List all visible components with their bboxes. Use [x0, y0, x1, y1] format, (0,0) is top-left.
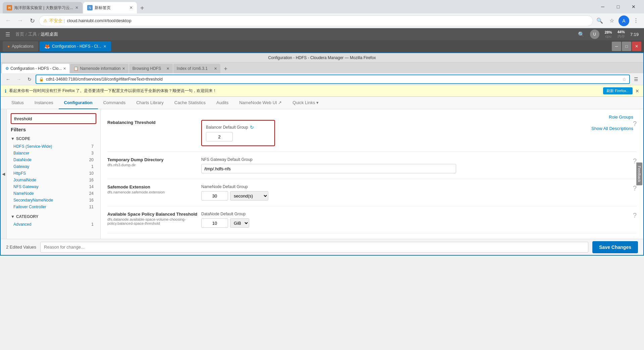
nav-tab-status[interactable]: Status [6, 97, 29, 109]
platform-menu-icon[interactable]: ☰ [5, 31, 10, 38]
nav-tab-audits[interactable]: Audits [211, 97, 234, 109]
breadcrumb-remote[interactable]: 远程桌面 [41, 31, 58, 37]
dump-dir-value[interactable] [201, 164, 456, 173]
scope-item-balancer[interactable]: Balancer3 [11, 150, 96, 157]
search-input[interactable] [11, 113, 96, 124]
ff-tab-4[interactable]: Index of /cm6.3.1 ✕ [173, 64, 220, 73]
tab2-close[interactable]: ✕ [103, 44, 106, 49]
ff-tab-1[interactable]: ⚙ Configuration - HDFS - Clo... ✕ [2, 64, 69, 73]
reason-input[interactable] [40, 242, 588, 253]
breadcrumb-tools[interactable]: 工具 [28, 31, 37, 37]
sidebar-toggle[interactable]: ◀ [1, 109, 7, 239]
safemode-help[interactable]: ? [633, 184, 637, 192]
scope-label[interactable]: ▼ SCOPE [11, 136, 96, 141]
safemode-key: dfs.namenode.safemode.extension [107, 190, 201, 194]
breadcrumb-home[interactable]: 首页 [15, 31, 24, 37]
category-section: ▼ CATEGORY Advanced1 [11, 214, 96, 228]
dump-dir-title: Temporary Dump Directory [107, 157, 201, 162]
ff-forward[interactable]: → [14, 75, 23, 84]
ff-tab-2-close[interactable]: ✕ [122, 67, 125, 71]
scope-item-failover[interactable]: Failover Controller11 [11, 204, 96, 210]
filters-title: Filters [11, 127, 96, 132]
minimize-button[interactable]: ─ [595, 1, 610, 12]
notification-bar: ℹ 看起来你有一段时间没有打开 Firefox 了。是否要清理一下配置文件以获得… [1, 85, 643, 97]
search-icon[interactable]: 🔍 [594, 15, 605, 26]
scope-item-gateway[interactable]: Gateway1 [11, 163, 96, 170]
avail-space-value[interactable] [201, 218, 228, 228]
scope-item-datanode[interactable]: DataNode20 [11, 157, 96, 163]
ff-reload[interactable]: ↻ [25, 75, 34, 84]
config-row-avail-space: Available Space Policy Balanced Threshol… [107, 206, 637, 233]
rebalancing-value[interactable] [206, 132, 233, 141]
ff-back[interactable]: ← [3, 75, 13, 84]
scope-section: ▼ SCOPE HDFS (Service-Wide)7 Balancer3 D… [11, 136, 96, 210]
scope-item-hdfs[interactable]: HDFS (Service-Wide)7 [11, 143, 96, 150]
breadcrumb: 首页 / 工具 / 远程桌面 [15, 31, 58, 37]
chrome-tab-2-close[interactable]: ✕ [129, 5, 133, 10]
nav-tab-commands[interactable]: Commands [98, 97, 131, 109]
refresh-icon[interactable]: ↻ [250, 125, 254, 130]
chrome-tab-1-close[interactable]: ✕ [75, 5, 78, 10]
save-changes-button[interactable]: Save Changes [592, 241, 638, 253]
clock: 7:19 [630, 32, 639, 37]
nav-tab-configuration[interactable]: Configuration [59, 97, 98, 109]
rebalancing-help[interactable]: ? [633, 120, 637, 128]
firefox-max[interactable]: □ [622, 42, 631, 51]
back-button[interactable]: ← [3, 15, 13, 26]
chrome-add-tab[interactable]: + [138, 3, 147, 13]
forward-button[interactable]: → [15, 15, 25, 26]
scope-item-httpfs[interactable]: HttpFS10 [11, 170, 96, 177]
firefox-min[interactable]: ─ [612, 42, 621, 51]
menu-icon[interactable]: ⋮ [631, 15, 641, 26]
chrome-tab-1[interactable]: H 海洋部落实验室 | 大数据学习云... ✕ [3, 2, 83, 13]
chrome-tab-2-title: 新标签页 [95, 5, 127, 11]
show-all-descriptions[interactable]: Show All Descriptions [591, 126, 633, 131]
avail-space-key: dfs.datanode.available-space-volume-choo… [107, 217, 201, 225]
notif-close[interactable]: ✕ [635, 88, 639, 94]
inner-tab-applications[interactable]: ● Applications [3, 41, 38, 51]
category-item-advanced[interactable]: Advanced1 [11, 221, 96, 228]
ff-tab-3[interactable]: Browsing HDFS ✕ [129, 64, 173, 73]
safemode-value[interactable] [201, 191, 228, 201]
scope-item-journalnode[interactable]: JournalNode16 [11, 177, 96, 183]
bookmark-icon[interactable]: ☆ [606, 15, 617, 26]
nav-tab-instances[interactable]: Instances [29, 97, 59, 109]
avatar-icon[interactable]: U [590, 30, 599, 39]
ff-tab-3-close[interactable]: ✕ [166, 67, 169, 71]
edited-values: 2 Edited Values [6, 245, 36, 250]
ff-add-tab[interactable]: + [221, 64, 230, 73]
scope-item-namenode[interactable]: NameNode24 [11, 190, 96, 197]
category-label[interactable]: ▼ CATEGORY [11, 214, 96, 219]
reload-button[interactable]: ↻ [27, 15, 38, 26]
firefox-close[interactable]: ✕ [632, 42, 641, 51]
nav-tab-namenode-web[interactable]: NameNode Web UI ↗ [234, 97, 287, 109]
ff-bookmark-icon[interactable]: ☰ [631, 75, 641, 84]
scope-item-nfsgateway[interactable]: NFS Gateway14 [11, 183, 96, 190]
notif-action-btn[interactable]: 刷新 Firefox... [603, 87, 633, 94]
profile-icon[interactable]: A [619, 15, 629, 26]
nav-tab-quick-links[interactable]: Quick Links ▾ [287, 97, 324, 109]
ff-lock-icon: 🔒 [39, 77, 44, 82]
ff-tab-4-close[interactable]: ✕ [214, 67, 217, 71]
role-groups-link[interactable]: Role Groups [609, 115, 633, 120]
ff-star-icon[interactable]: ☆ [622, 77, 627, 82]
chrome-tab-2[interactable]: N 新标签页 ✕ [83, 2, 137, 13]
safemode-unit[interactable]: second(s) minute(s) millisecond(s) [230, 191, 268, 201]
nav-tab-cache[interactable]: Cache Statistics [169, 97, 211, 109]
security-label: 不安全 [49, 18, 62, 24]
avail-space-title: Available Space Policy Balanced Threshol… [107, 212, 201, 217]
dump-dir-key: dfs.nfs3.dump.dir [107, 163, 201, 167]
notif-icon: ℹ [5, 88, 6, 94]
nav-tab-charts[interactable]: Charts Library [131, 97, 169, 109]
ff-tab-1-close[interactable]: ✕ [63, 67, 66, 71]
feedback-tab[interactable]: Feedback [636, 163, 642, 185]
search-toolbar-icon[interactable]: 🔍 [578, 31, 585, 38]
avail-space-help[interactable]: ? [633, 212, 637, 219]
avail-space-unit[interactable]: GiB MiB TiB [230, 218, 249, 228]
notif-text: 看起来你有一段时间没有打开 Firefox 了。是否要清理一下配置文件以获得近乎… [9, 88, 217, 94]
close-button[interactable]: ✕ [626, 1, 641, 12]
inner-tab-configuration[interactable]: 🦊 Configuration - HDFS - Cl... ✕ [40, 41, 111, 51]
scope-item-secondary[interactable]: SecondaryNameNode16 [11, 197, 96, 204]
maximize-button[interactable]: □ [610, 1, 626, 12]
ff-tab-2[interactable]: 📋 Namenode information ✕ [70, 64, 128, 73]
